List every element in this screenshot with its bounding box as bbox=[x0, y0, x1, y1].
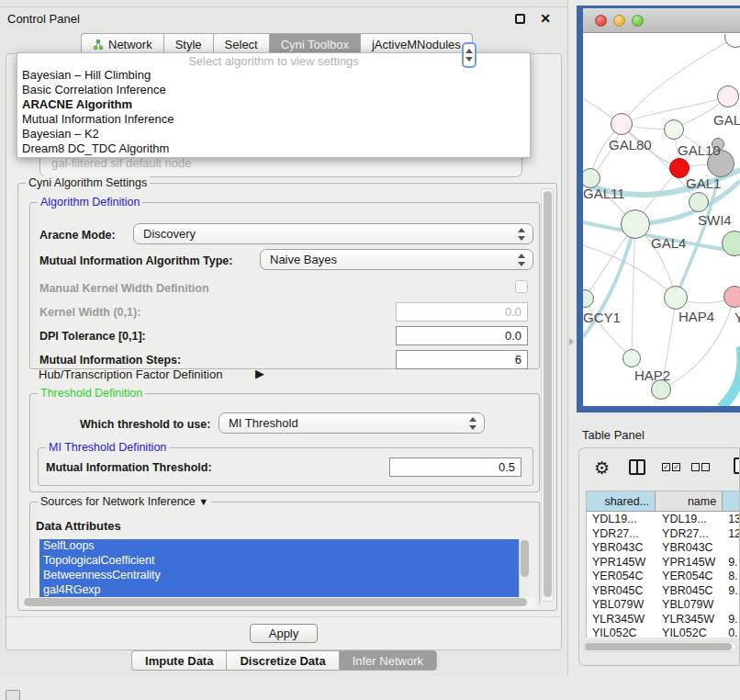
network-node[interactable] bbox=[723, 286, 740, 308]
kernel-width-label: Kernel Width (0,1): bbox=[39, 306, 140, 319]
which-threshold-select[interactable]: MI Threshold bbox=[219, 412, 485, 434]
column-header[interactable] bbox=[723, 491, 740, 511]
network-node[interactable] bbox=[621, 209, 650, 239]
tab-impute-data[interactable]: Impute Data bbox=[131, 650, 226, 671]
cell: YDR27... bbox=[656, 526, 723, 541]
cell: YBR045C bbox=[656, 583, 723, 598]
network-node[interactable] bbox=[722, 231, 740, 256]
tab-select[interactable]: Select bbox=[213, 33, 269, 53]
aracne-mode-label: Aracne Mode: bbox=[39, 229, 116, 242]
tab-jactivemnodules[interactable]: jActiveMNodules bbox=[360, 33, 473, 53]
network-node[interactable] bbox=[689, 192, 709, 212]
network-node[interactable] bbox=[717, 85, 739, 107]
cell: YIL052C bbox=[587, 626, 656, 638]
kernel-width-field[interactable]: 0.0 bbox=[396, 302, 528, 322]
minimized-panel-icon[interactable] bbox=[6, 690, 20, 700]
settings-vertical-scrollbar[interactable] bbox=[541, 188, 554, 602]
cell bbox=[723, 540, 740, 555]
table-row[interactable]: YPR145W YPR145W 9. bbox=[587, 555, 740, 570]
deselect-all-checkboxes-icon[interactable] bbox=[691, 463, 710, 471]
scrollbar-thumb[interactable] bbox=[544, 191, 552, 597]
float-window-icon[interactable] bbox=[515, 14, 525, 24]
unchecked-box-icon bbox=[691, 463, 700, 471]
data-attributes-list[interactable]: SelfLoops TopologicalCoefficient Between… bbox=[39, 539, 530, 602]
scrollbar-thumb[interactable] bbox=[521, 540, 529, 577]
table-row[interactable]: YIL052C YIL052C 0. bbox=[587, 626, 740, 638]
network-node[interactable] bbox=[611, 113, 633, 135]
list-scrollbar[interactable] bbox=[519, 539, 530, 602]
stepper-icon bbox=[468, 417, 477, 430]
cell: YBR043C bbox=[656, 540, 723, 555]
network-node[interactable] bbox=[622, 349, 641, 367]
scrollbar-thumb[interactable] bbox=[24, 598, 527, 606]
cyni-algorithm-settings-group: Cyni Algorithm Settings Algorithm Defini… bbox=[17, 183, 557, 611]
table-horizontal-scrollbar[interactable] bbox=[583, 641, 737, 652]
network-canvas[interactable]: GAL GAL80 GAL10 GAL1 GAL11 SWI4 GAL4 GCY… bbox=[583, 34, 740, 406]
table-row[interactable]: YER054C YER054C 8. bbox=[587, 569, 740, 583]
tab-infer-network[interactable]: Infer Network bbox=[339, 650, 437, 671]
node-label: GAL1 bbox=[686, 175, 721, 191]
close-traffic-light-icon[interactable] bbox=[595, 15, 607, 27]
panel-title: Control Panel bbox=[7, 12, 80, 26]
settings-horizontal-scrollbar[interactable] bbox=[22, 597, 536, 608]
network-window-titlebar[interactable] bbox=[583, 8, 740, 33]
tab-discretize-data[interactable]: Discretize Data bbox=[226, 650, 338, 671]
mi-steps-label: Mutual Information Steps: bbox=[39, 354, 181, 367]
table-row[interactable]: YDR27... YDR27... 12 bbox=[587, 526, 740, 541]
algorithm-definition-title: Algorithm Definition bbox=[38, 196, 142, 209]
manual-kernel-checkbox[interactable] bbox=[515, 280, 528, 293]
gear-icon[interactable]: ⚙ bbox=[594, 457, 610, 479]
mi-threshold-field[interactable]: 0.5 bbox=[389, 457, 521, 477]
table-row[interactable]: YLR345W YLR345W 9. bbox=[587, 612, 740, 627]
menu-item[interactable]: Bayesian – K2 bbox=[17, 127, 530, 141]
column-header[interactable]: name bbox=[656, 491, 723, 511]
close-icon[interactable]: ✕ bbox=[540, 11, 551, 26]
mi-steps-field[interactable]: 6 bbox=[396, 350, 528, 369]
stepper-icon bbox=[517, 254, 525, 266]
node-attribute-table[interactable]: shared... name YDL19... YDL19... 13 YDR2… bbox=[586, 491, 740, 638]
table-row[interactable]: YBR043C YBR043C bbox=[587, 540, 740, 555]
network-node[interactable] bbox=[664, 286, 688, 310]
zoom-traffic-light-icon[interactable] bbox=[632, 15, 644, 27]
checked-box-icon: ✓ bbox=[672, 463, 680, 471]
mi-threshold-group: MI Threshold Definition Mutual Informati… bbox=[38, 447, 533, 486]
threshold-definition-group: Threshold Definition Which threshold to … bbox=[29, 393, 540, 492]
menu-item[interactable]: Bayesian – Hill Climbing bbox=[17, 68, 530, 83]
table-row[interactable]: YBL079W YBL079W bbox=[587, 597, 740, 612]
cell: YPR145W bbox=[656, 555, 723, 570]
network-icon bbox=[93, 40, 104, 51]
tab-style[interactable]: Style bbox=[163, 33, 213, 53]
columns-icon[interactable] bbox=[629, 459, 645, 475]
list-item[interactable]: BetweennessCentrality bbox=[39, 569, 530, 583]
tab-network[interactable]: Network bbox=[81, 33, 163, 53]
sources-group: Sources for Network Inference ▼ Data Att… bbox=[29, 502, 540, 604]
collapse-down-icon[interactable]: ▼ bbox=[198, 496, 208, 507]
expand-right-icon[interactable]: ▶ bbox=[255, 367, 264, 380]
dpi-tolerance-field[interactable]: 0.0 bbox=[396, 326, 528, 345]
column-header[interactable]: shared... bbox=[587, 491, 656, 511]
table-row[interactable]: YBR045C YBR045C 9. bbox=[587, 583, 740, 598]
combo-spinner-button[interactable] bbox=[462, 42, 477, 68]
scrollbar-thumb[interactable] bbox=[585, 643, 732, 650]
menu-item-selected[interactable]: ARACNE Algorithm bbox=[17, 97, 530, 112]
menu-item[interactable]: Dream8 DC_TDC Algorithm bbox=[17, 141, 530, 156]
network-node[interactable] bbox=[664, 119, 684, 140]
control-panel-tabs: Network Style Select Cyni Toolbox jActiv… bbox=[81, 33, 473, 53]
select-all-checkboxes-icon[interactable]: ✓ ✓ bbox=[662, 463, 680, 471]
aracne-mode-select[interactable]: Discovery bbox=[133, 223, 533, 244]
menu-item[interactable]: Basic Correlation Inference bbox=[17, 83, 530, 97]
cell: YDL19... bbox=[587, 512, 656, 526]
mi-algorithm-type-select[interactable]: Naive Bayes bbox=[260, 249, 533, 270]
tab-cyni-toolbox[interactable]: Cyni Toolbox bbox=[269, 33, 360, 53]
splitpane-handle-icon[interactable] bbox=[569, 338, 574, 345]
menu-item[interactable]: Mutual Information Inference bbox=[17, 112, 530, 127]
minimize-traffic-light-icon[interactable] bbox=[613, 15, 625, 27]
list-item[interactable]: TopologicalCoefficient bbox=[39, 554, 530, 569]
apply-button[interactable]: Apply bbox=[250, 624, 318, 643]
table-file-icon[interactable] bbox=[734, 457, 740, 474]
table-row[interactable]: YDL19... YDL19... 13 bbox=[587, 512, 740, 526]
list-item[interactable]: SelfLoops bbox=[39, 539, 530, 554]
network-selector-value: gal-filtered sif default node bbox=[51, 156, 191, 170]
list-item[interactable]: gal4RGexp bbox=[39, 583, 530, 598]
manual-kernel-label: Manual Kernel Width Definition bbox=[39, 282, 209, 295]
